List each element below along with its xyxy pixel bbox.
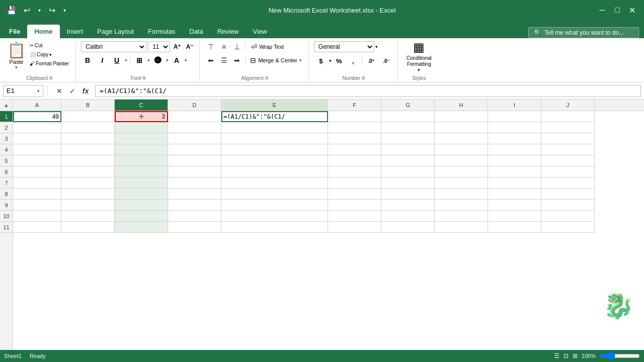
align-center-button[interactable]: ☰ [218,55,230,66]
redo-button[interactable]: ↪ [45,4,58,17]
cell-J4[interactable] [541,144,595,155]
col-header-B[interactable]: B [61,100,115,111]
cell-J2[interactable] [541,122,595,133]
cell-I7[interactable] [488,177,541,189]
cell-A2[interactable] [13,122,61,133]
cell-H10[interactable] [435,211,488,222]
col-header-G[interactable]: G [381,100,435,111]
cell-D2[interactable] [168,122,221,133]
merge-dropdown[interactable]: ▾ [299,58,302,63]
paste-button[interactable]: 📋 Paste ▾ [7,41,26,70]
cell-I8[interactable] [488,189,541,200]
currency-dropdown[interactable]: ▾ [329,58,332,63]
cell-A9[interactable] [13,200,61,211]
tab-insert[interactable]: Insert [60,25,91,38]
cell-D6[interactable] [168,166,221,177]
tab-view[interactable]: View [246,25,274,38]
underline-button[interactable]: U [110,55,123,66]
cell-I9[interactable] [488,200,541,211]
cell-A6[interactable] [13,166,61,177]
col-header-H[interactable]: H [435,100,488,111]
maximize-button[interactable]: □ [611,4,624,17]
underline-dropdown[interactable]: ▾ [125,58,127,63]
save-button[interactable]: 💾 [5,4,18,17]
cell-D10[interactable] [168,211,221,222]
col-header-F[interactable]: F [328,100,381,111]
row-num-6[interactable]: 6 [0,166,13,177]
cell-I6[interactable] [488,166,541,177]
cell-F7[interactable] [328,177,381,189]
cell-G1[interactable] [381,111,435,122]
cell-E1[interactable]: =(A1/C1)&":"&(C1/ [221,111,328,122]
cell-D8[interactable] [168,189,221,200]
cell-C2[interactable] [115,122,168,133]
cell-C8[interactable] [115,189,168,200]
border-button[interactable]: ⊞ [133,55,146,66]
tab-page-layout[interactable]: Page Layout [90,25,141,38]
cell-A8[interactable] [13,189,61,200]
cell-G2[interactable] [381,122,435,133]
row-num-8[interactable]: 8 [0,189,13,200]
align-right-button[interactable]: ➡ [231,55,243,66]
cell-F9[interactable] [328,200,381,211]
col-header-A[interactable]: A [13,100,61,111]
cell-J8[interactable] [541,189,595,200]
cell-J10[interactable] [541,211,595,222]
cell-C9[interactable] [115,200,168,211]
cell-I10[interactable] [488,211,541,222]
align-middle-button[interactable]: ≡ [218,41,230,52]
col-header-D[interactable]: D [168,100,221,111]
cell-E7[interactable] [221,177,328,189]
cell-A7[interactable] [13,177,61,189]
align-left-button[interactable]: ⬅ [205,55,217,66]
cell-F3[interactable] [328,133,381,144]
cell-A11[interactable] [13,222,61,233]
col-header-C[interactable]: C [115,100,168,111]
undo-button[interactable]: ↩ [20,4,33,17]
cell-H5[interactable] [435,155,488,166]
cancel-formula-button[interactable]: ✕ [54,85,65,97]
cell-E11[interactable] [221,222,328,233]
cell-G7[interactable] [381,177,435,189]
cell-B10[interactable] [61,211,115,222]
cell-G5[interactable] [381,155,435,166]
undo-dropdown[interactable]: ▾ [35,4,43,17]
comma-button[interactable]: , [347,55,360,66]
cell-B7[interactable] [61,177,115,189]
tab-review[interactable]: Review [210,25,246,38]
align-top-button[interactable]: ⊤ [205,41,217,52]
cell-B8[interactable] [61,189,115,200]
cell-A4[interactable] [13,144,61,155]
number-format-select[interactable]: General [314,41,374,52]
page-layout-view-button[interactable]: ⊡ [564,352,569,359]
bold-button[interactable]: B [81,55,94,66]
cell-J11[interactable] [541,222,595,233]
cell-F2[interactable] [328,122,381,133]
cell-H9[interactable] [435,200,488,211]
row-num-3[interactable]: 3 [0,133,13,144]
percent-button[interactable]: % [333,55,346,66]
font-name-select[interactable]: Calibri [81,41,146,52]
number-format-dropdown[interactable]: ▾ [375,44,378,49]
font-color-button[interactable]: A [170,55,183,66]
tab-formulas[interactable]: Formulas [141,25,182,38]
cell-D7[interactable] [168,177,221,189]
cell-E8[interactable] [221,189,328,200]
col-header-J[interactable]: J [541,100,595,111]
row-num-1[interactable]: 1 [0,111,13,122]
increase-font-button[interactable]: A⁺ [172,41,183,52]
name-box-dropdown[interactable]: ▾ [37,88,40,94]
cell-F10[interactable] [328,211,381,222]
cell-H3[interactable] [435,133,488,144]
cell-B3[interactable] [61,133,115,144]
customize-qat[interactable]: ▾ [60,4,68,17]
cell-B9[interactable] [61,200,115,211]
page-break-view-button[interactable]: ⊞ [573,352,578,359]
cell-B4[interactable] [61,144,115,155]
cell-E10[interactable] [221,211,328,222]
row-num-7[interactable]: 7 [0,177,13,189]
cell-E5[interactable] [221,155,328,166]
font-expand-icon[interactable]: ⧉ [142,75,145,81]
cell-H2[interactable] [435,122,488,133]
cell-H1[interactable] [435,111,488,122]
